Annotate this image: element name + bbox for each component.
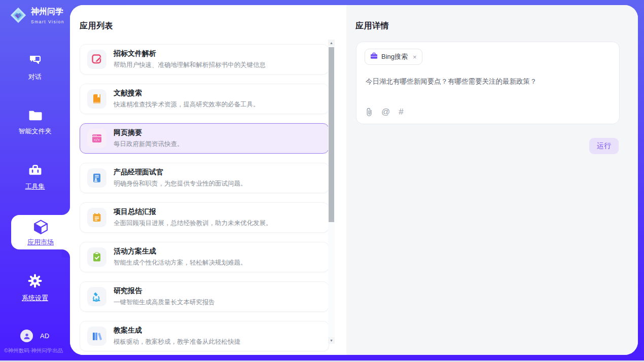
books-icon [87, 327, 106, 346]
sidebar: 神州问学 Smart Vision 对话智能文件夹工具集应用市场系统设置 AD … [0, 0, 70, 362]
edit-icon [87, 50, 106, 69]
sidebar-item-label: 工具集 [0, 182, 70, 191]
app-card-description: 智能生成个性化活动方案，轻松解决规划难题。 [114, 259, 247, 267]
toolbox-icon [28, 169, 43, 178]
app-card-title: 研究报告 [114, 286, 215, 296]
prompt-input-card[interactable]: Bing搜索 × 今日湖北有哪些新闻要点？有哪些需要关注的最新政策？ @ # [356, 42, 620, 124]
scroll-down-icon[interactable]: ▼ [328, 337, 335, 344]
copyright-text: ©神州数码·神州问学出品 [4, 347, 63, 354]
app-card-title: 活动方案生成 [114, 247, 247, 256]
clipboard-check-icon [87, 247, 106, 267]
app-card-title: 产品经理面试官 [114, 168, 247, 177]
doc-person-icon [87, 168, 106, 188]
chat-icon [28, 60, 42, 68]
app-card[interactable]: 教案生成模板驱动，教案秒成，教学准备从此轻松快捷 [80, 321, 329, 351]
sidebar-item-1[interactable]: 对话 [0, 54, 70, 82]
svg-text:</>: </> [94, 138, 100, 142]
logo-subtitle: Smart Vision [31, 19, 64, 24]
hash-icon[interactable]: # [399, 107, 403, 117]
briefcase-icon [370, 52, 378, 61]
app-list-title: 应用列表 [80, 21, 113, 31]
app-card-description: 模板驱动，教案秒成，教学准备从此轻松快捷 [114, 338, 240, 346]
user-profile[interactable]: AD [20, 330, 49, 342]
close-icon[interactable]: × [413, 54, 417, 60]
tool-chip-bing-search[interactable]: Bing搜索 × [365, 49, 422, 65]
app-card[interactable]: 活动方案生成智能生成个性化活动方案，轻松解决规划难题。 [80, 242, 329, 272]
active-tab-curve [62, 207, 70, 215]
app-detail-panel: 应用详情 Bing搜索 × 今日湖北有哪些新闻要点？有哪些需要关注的最新政策？ [346, 5, 638, 355]
app-card-title: 项目总结汇报 [114, 207, 272, 216]
sidebar-item-label: 对话 [0, 73, 70, 82]
scrollbar-thumb[interactable] [329, 47, 334, 222]
scroll-up-icon[interactable]: ▲ [328, 40, 335, 46]
app-card-description: 一键智能生成高质量长文本研究报告 [114, 298, 215, 307]
app-card-title: 文献搜索 [114, 89, 260, 98]
user-avatar-icon [20, 330, 33, 342]
browser-code-icon: </> [87, 129, 106, 148]
tool-chip-label: Bing搜索 [381, 52, 408, 61]
run-button[interactable]: 运行 [589, 138, 619, 154]
note-icon [87, 208, 106, 227]
logo-title: 神州问学 [31, 7, 63, 16]
app-card-title: 招标文件解析 [114, 49, 266, 58]
app-logo: 神州问学 Smart Vision [9, 6, 70, 26]
app-card[interactable]: 研究报告一键智能生成高质量长文本研究报告 [80, 281, 329, 312]
app-card-description: 明确身份和职责，为您提供专业性的面试问题。 [114, 179, 247, 188]
sidebar-item-4[interactable]: 应用市场 [11, 215, 70, 249]
app-card-description: 快速精准查找学术资源，提高研究效率的必备工具。 [114, 100, 260, 109]
attachment-icon[interactable] [366, 107, 373, 117]
app-card-description: 每日政府新闻资讯快查。 [114, 140, 184, 149]
main-content: 应用列表 招标文件解析帮助用户快速、准确地理解和解析招标书中的关键信息文献搜索快… [70, 5, 638, 355]
gear-icon [28, 281, 42, 289]
user-name: AD [40, 332, 49, 340]
sidebar-item-label: 智能文件夹 [0, 127, 70, 136]
sidebar-item-5[interactable]: 系统设置 [0, 274, 70, 303]
query-text-input[interactable]: 今日湖北有哪些新闻要点？有哪些需要关注的最新政策？ [366, 77, 612, 86]
sidebar-item-label: 应用市场 [11, 238, 70, 247]
cube-icon [33, 228, 49, 236]
app-card[interactable]: </>网页摘要每日政府新闻资讯快查。 [80, 123, 329, 154]
app-card[interactable]: 项目总结汇报全面回顾项目进展，总结经验教训，助力未来优化发展。 [80, 202, 329, 233]
sidebar-item-label: 系统设置 [0, 294, 70, 303]
app-card[interactable]: 文献搜索快速精准查找学术资源，提高研究效率的必备工具。 [80, 84, 329, 114]
sidebar-item-2[interactable]: 智能文件夹 [0, 110, 70, 136]
app-card-title: 网页摘要 [114, 128, 184, 137]
microscope-icon [87, 287, 106, 306]
mention-icon[interactable]: @ [381, 107, 390, 117]
app-card[interactable]: 产品经理面试官明确身份和职责，为您提供专业性的面试问题。 [80, 163, 329, 193]
app-list-panel: 应用列表 招标文件解析帮助用户快速、准确地理解和解析招标书中的关键信息文献搜索快… [70, 5, 346, 355]
folder-icon [28, 114, 42, 123]
book-icon [87, 89, 106, 108]
app-card-title: 教案生成 [114, 326, 240, 335]
app-card-description: 全面回顾项目进展，总结经验教训，助力未来优化发展。 [114, 219, 272, 228]
app-card[interactable]: 招标文件解析帮助用户快速、准确地理解和解析招标书中的关键信息 [80, 44, 329, 75]
app-card-description: 帮助用户快速、准确地理解和解析招标书中的关键信息 [114, 61, 266, 69]
active-tab-curve [62, 249, 70, 258]
diamond-logo-icon [9, 6, 27, 26]
app-list: 招标文件解析帮助用户快速、准确地理解和解析招标书中的关键信息文献搜索快速精准查找… [80, 39, 329, 355]
input-toolbar: @ # [366, 107, 403, 117]
sidebar-item-3[interactable]: 工具集 [0, 164, 70, 191]
app-detail-title: 应用详情 [355, 21, 389, 31]
app-list-scrollbar[interactable]: ▲ ▼ [328, 40, 335, 344]
